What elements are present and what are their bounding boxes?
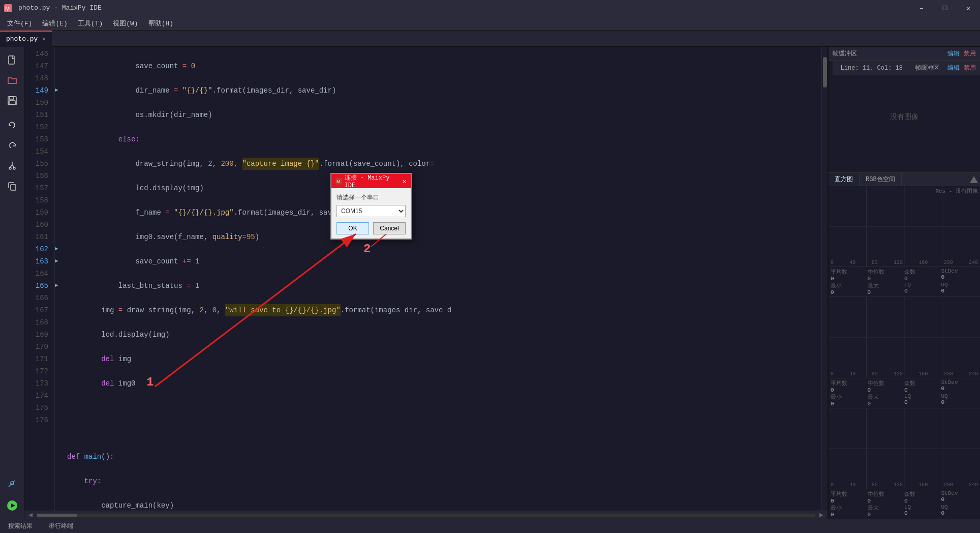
dialog-title: M 连接 - MaixPy IDE [335,173,403,189]
port-select[interactable]: COM15 COM1 COM2 COM3 [336,205,406,217]
annotation-2: 2 [363,242,371,256]
connection-dialog: M 连接 - MaixPy IDE ✕ 请选择一个串口 COM15 COM1 C… [330,173,412,240]
dialog-titlebar: M 连接 - MaixPy IDE ✕ [331,174,411,188]
dialog-buttons: OK Cancel [336,222,406,234]
dialog-close-button[interactable]: ✕ [403,177,407,186]
dialog-label: 请选择一个串口 [336,193,406,202]
dialog-ok-button[interactable]: OK [336,222,369,234]
annotation-arrows [0,0,980,533]
svg-line-28 [155,234,356,387]
dialog-icon: M [335,177,343,185]
svg-text:M: M [336,179,340,184]
annotation-1: 1 [146,375,154,389]
dialog-overlay: 1 2 M 连接 - MaixPy IDE ✕ 请选择一个串口 COM15 CO… [0,0,980,533]
dialog-body: 请选择一个串口 COM15 COM1 COM2 COM3 OK Cancel [331,188,411,239]
dialog-cancel-button[interactable]: Cancel [373,222,406,234]
